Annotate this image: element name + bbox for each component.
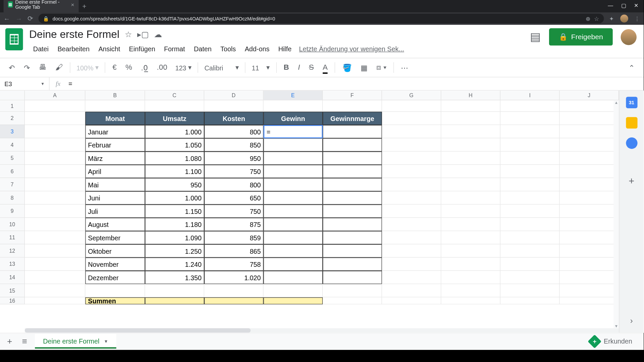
- table-cell[interactable]: 1.020: [204, 271, 264, 284]
- table-cell[interactable]: 650: [204, 191, 264, 205]
- menu-format[interactable]: Format: [160, 43, 189, 54]
- cell[interactable]: [25, 152, 86, 165]
- horizontal-scrollbar[interactable]: [25, 328, 619, 333]
- cell[interactable]: [560, 218, 619, 231]
- add-addon-icon[interactable]: +: [626, 175, 637, 187]
- cell[interactable]: [382, 165, 441, 178]
- table-cell[interactable]: 1.150: [145, 204, 204, 218]
- cell[interactable]: [323, 204, 382, 218]
- paint-format-button[interactable]: 🖌: [52, 61, 66, 75]
- table-cell[interactable]: 865: [204, 244, 264, 258]
- table-cell[interactable]: Oktober: [85, 244, 145, 258]
- table-header[interactable]: Gewinnmarge: [323, 112, 382, 125]
- currency-button[interactable]: €: [109, 61, 120, 75]
- table-cell[interactable]: Juli: [85, 204, 145, 218]
- row-header-16[interactable]: 16: [0, 297, 25, 304]
- comments-icon[interactable]: ▤: [530, 30, 541, 44]
- cell[interactable]: [382, 284, 441, 297]
- back-button[interactable]: ←: [4, 15, 10, 22]
- cell[interactable]: [500, 138, 560, 152]
- cell[interactable]: [500, 165, 560, 178]
- col-header-a[interactable]: A: [25, 90, 86, 100]
- cell[interactable]: [560, 297, 619, 304]
- cell[interactable]: [441, 100, 500, 112]
- cell[interactable]: [560, 138, 619, 152]
- cell[interactable]: [382, 204, 441, 218]
- cell[interactable]: [500, 125, 560, 138]
- cloud-status-icon[interactable]: ☁: [154, 29, 162, 39]
- cell[interactable]: [560, 112, 619, 125]
- cell[interactable]: [204, 297, 264, 304]
- profile-avatar-icon[interactable]: [620, 14, 628, 22]
- cell[interactable]: [382, 257, 441, 271]
- cell[interactable]: [25, 178, 86, 191]
- cell[interactable]: [441, 204, 500, 218]
- cell[interactable]: [264, 284, 323, 297]
- cell[interactable]: [382, 244, 441, 258]
- cell[interactable]: [441, 257, 500, 271]
- forward-button[interactable]: →: [15, 15, 22, 22]
- increase-decimal-button[interactable]: .00: [153, 61, 171, 75]
- row-header-14[interactable]: 14: [0, 271, 25, 284]
- cell[interactable]: [264, 231, 323, 244]
- add-sheet-button[interactable]: +: [5, 335, 14, 348]
- table-cell[interactable]: 800: [204, 125, 264, 138]
- print-button[interactable]: 🖶: [35, 61, 50, 75]
- cell[interactable]: [441, 112, 500, 125]
- menu-addons[interactable]: Add-ons: [241, 43, 273, 54]
- cell[interactable]: [560, 204, 619, 218]
- table-cell[interactable]: 1.100: [145, 165, 204, 178]
- cell[interactable]: [204, 284, 264, 297]
- strikethrough-button[interactable]: S: [305, 61, 317, 75]
- row-header-1[interactable]: 1: [0, 100, 25, 112]
- cell[interactable]: [560, 271, 619, 284]
- row-header-6[interactable]: 6: [0, 165, 25, 178]
- cell[interactable]: [560, 191, 619, 205]
- table-cell[interactable]: September: [85, 231, 145, 244]
- table-cell[interactable]: 1.240: [145, 257, 204, 271]
- cell[interactable]: [323, 257, 382, 271]
- menu-tools[interactable]: Tools: [216, 43, 240, 54]
- cell[interactable]: [145, 297, 204, 304]
- table-cell[interactable]: März: [85, 152, 145, 165]
- cell[interactable]: [323, 231, 382, 244]
- tab-close-icon[interactable]: ×: [71, 1, 74, 8]
- cell[interactable]: [323, 244, 382, 258]
- window-maximize-icon[interactable]: ▢: [621, 3, 626, 9]
- cell[interactable]: [500, 204, 560, 218]
- table-cell[interactable]: 800: [204, 178, 264, 191]
- col-header-c[interactable]: C: [145, 90, 204, 100]
- cell[interactable]: [25, 231, 86, 244]
- cell[interactable]: [441, 231, 500, 244]
- explore-button[interactable]: Erkunden: [583, 334, 638, 349]
- cell[interactable]: [323, 152, 382, 165]
- cell[interactable]: [323, 165, 382, 178]
- cell[interactable]: [264, 138, 323, 152]
- table-header[interactable]: Gewinn: [264, 112, 323, 125]
- cell[interactable]: [441, 125, 500, 138]
- cell[interactable]: [25, 191, 86, 205]
- table-cell[interactable]: Dezember: [85, 271, 145, 284]
- menu-insert[interactable]: Einfügen: [125, 43, 159, 54]
- font-size-select[interactable]: 11 ▾: [249, 62, 273, 73]
- table-cell[interactable]: 859: [204, 231, 264, 244]
- move-icon[interactable]: ▸▢: [137, 29, 149, 39]
- zoom-icon[interactable]: ⊕: [586, 15, 590, 22]
- table-cell[interactable]: 875: [204, 218, 264, 231]
- table-header[interactable]: Kosten: [204, 112, 264, 125]
- col-header-i[interactable]: I: [500, 90, 560, 100]
- cell[interactable]: [500, 284, 560, 297]
- row-header-9[interactable]: 9: [0, 204, 25, 218]
- row-header-4[interactable]: 4: [0, 138, 25, 152]
- table-cell[interactable]: 758: [204, 257, 264, 271]
- table-cell[interactable]: 950: [204, 152, 264, 165]
- table-cell[interactable]: 1.080: [145, 152, 204, 165]
- cell[interactable]: [441, 297, 500, 304]
- cell[interactable]: [25, 138, 86, 152]
- tasks-icon[interactable]: [626, 137, 637, 149]
- cell[interactable]: [264, 204, 323, 218]
- table-cell[interactable]: August: [85, 218, 145, 231]
- last-edit-link[interactable]: Letzte Änderung vor wenigen Sek...: [297, 43, 407, 54]
- cell[interactable]: [264, 257, 323, 271]
- address-bar[interactable]: 🔒 docs.google.com/spreadsheets/d/1GE-twI…: [39, 14, 604, 23]
